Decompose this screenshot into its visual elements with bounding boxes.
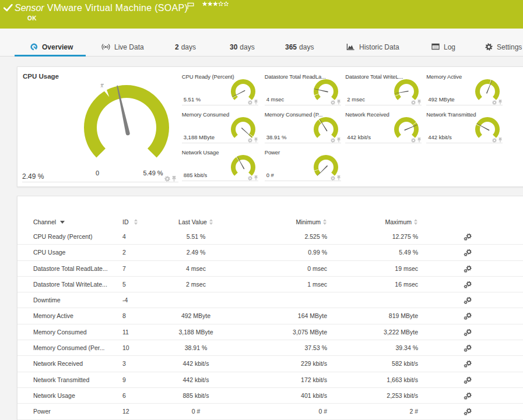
table-row[interactable]: Datastore Total WriteLate...52 msec1 mse…: [17, 277, 523, 292]
channel-settings-icon[interactable]: [464, 344, 472, 352]
pin-icon[interactable]: [417, 100, 421, 105]
column-header-maximum[interactable]: Maximum: [301, 218, 418, 225]
gear-icon[interactable]: [248, 176, 252, 181]
tab-label: Log: [444, 43, 455, 51]
tab-365-days[interactable]: 365 days: [285, 29, 314, 56]
gauge-label: CPU Ready (Percent): [182, 73, 234, 80]
cell-id: 2: [122, 249, 126, 256]
title-line: SensorVMware Virtual Machine (SOAP): [15, 3, 188, 13]
channel-settings-button[interactable]: [464, 281, 472, 289]
gauge-label: Power: [265, 149, 280, 156]
channel-settings-icon[interactable]: [464, 360, 472, 368]
pin-icon[interactable]: [337, 137, 341, 143]
gauge-value: 2 msec: [347, 96, 365, 103]
gauge-actions: [492, 137, 502, 143]
column-header-id[interactable]: ID: [122, 218, 138, 225]
gauge-actions: [331, 175, 341, 181]
column-header-channel[interactable]: Channel: [33, 218, 65, 225]
gauge-cell: Datastore Total ReadLa...4 msec: [265, 68, 341, 105]
channel-settings-button[interactable]: [464, 249, 472, 257]
table-row[interactable]: CPU Usage22.49 %0.99 %5.49 %: [17, 245, 523, 260]
gear-icon[interactable]: [248, 100, 252, 105]
pin-icon[interactable]: [254, 137, 258, 143]
channel-settings-button[interactable]: [464, 344, 472, 352]
tab-30-days[interactable]: 30 days: [230, 29, 255, 56]
tab-settings[interactable]: Settings: [485, 29, 522, 56]
gear-icon[interactable]: [248, 138, 252, 143]
channel-settings-button[interactable]: [464, 376, 472, 384]
table-row[interactable]: Network Received3442 kbit/s229 kbit/s582…: [17, 356, 523, 372]
cell-maximum: 19 msec: [301, 265, 418, 272]
table-row[interactable]: Downtime-4: [17, 292, 523, 308]
pin-icon[interactable]: [337, 175, 341, 181]
table-row[interactable]: Memory Consumed (Per...1038.91 %37.53 %3…: [17, 340, 523, 356]
channel-settings-icon[interactable]: [464, 233, 472, 241]
pin-icon[interactable]: [499, 137, 502, 143]
priority-stars[interactable]: [202, 0, 229, 9]
tab-log[interactable]: Log: [431, 29, 455, 56]
channel-settings-icon[interactable]: [464, 312, 472, 320]
table-row[interactable]: Network Usage6885 kbit/s401 kbit/s2,253 …: [17, 388, 523, 404]
pin-icon[interactable]: [254, 100, 258, 105]
channel-settings-button[interactable]: [464, 312, 472, 320]
channel-settings-button[interactable]: [464, 329, 472, 337]
gear-icon[interactable]: [411, 100, 416, 105]
table-row[interactable]: Memory Active8492 MByte164 MByte819 MByt…: [17, 308, 523, 324]
gauge-actions: [248, 100, 258, 105]
tab-overview[interactable]: Overview: [30, 29, 73, 56]
table-row[interactable]: Memory Consumed113,188 MByte3,075 MByte3…: [17, 324, 523, 340]
gear-icon[interactable]: [331, 138, 335, 143]
gauge-cell: Memory Active492 MByte: [426, 68, 503, 105]
gauge-label: Memory Consumed: [182, 111, 229, 118]
gauge-cell: Network Transmitted442 kbit/s: [426, 105, 503, 143]
cell-channel: Memory Consumed: [33, 329, 87, 336]
cell-channel: Datastore Total ReadLate...: [33, 265, 108, 272]
gauges-panel: CPU Usage x 0 5.49 % 2.49 % CPU Ready (P…: [17, 66, 523, 187]
gear-icon[interactable]: [331, 176, 335, 181]
channel-settings-button[interactable]: [464, 360, 472, 368]
channel-settings-icon[interactable]: [464, 249, 472, 257]
gauge-value: 38.91 %: [266, 134, 287, 140]
pin-icon[interactable]: [254, 175, 258, 181]
channel-settings-icon[interactable]: [464, 376, 472, 384]
star-filled-icon: [208, 1, 213, 6]
channel-settings-icon[interactable]: [464, 297, 472, 305]
cell-divider: [22, 182, 178, 182]
channel-settings-button[interactable]: [464, 392, 472, 400]
area-chart-icon: [346, 43, 355, 52]
gear-icon[interactable]: [331, 100, 335, 105]
channel-settings-button[interactable]: [464, 297, 472, 305]
tab-live-data[interactable]: Live Data: [101, 29, 144, 56]
cell-maximum: 5.49 %: [301, 249, 418, 256]
tab-2-days[interactable]: 2 days: [175, 29, 196, 56]
pin-icon[interactable]: [172, 176, 176, 182]
broadcast-icon: [101, 43, 110, 52]
channel-settings-icon[interactable]: [464, 392, 472, 400]
tab-label: Settings: [497, 43, 522, 51]
channel-settings-button[interactable]: [464, 233, 472, 241]
gear-icon[interactable]: [492, 138, 497, 143]
tab-label: Overview: [42, 43, 73, 51]
table-row[interactable]: Network Transmitted9442 kbit/s172 kbit/s…: [17, 372, 523, 388]
pin-icon[interactable]: [337, 100, 341, 105]
table-row[interactable]: Datastore Total ReadLate...74 msec0 msec…: [17, 261, 523, 277]
gear-icon[interactable]: [411, 138, 416, 143]
channel-settings-button[interactable]: [464, 408, 472, 416]
channel-settings-icon[interactable]: [464, 281, 472, 289]
gear-icon[interactable]: [492, 100, 497, 105]
channel-settings-button[interactable]: [464, 265, 472, 273]
table-row[interactable]: CPU Ready (Percent)45.51 %2.525 %12.275 …: [17, 229, 523, 245]
pin-icon[interactable]: [499, 100, 502, 105]
channel-settings-icon[interactable]: [464, 265, 472, 273]
channel-settings-icon[interactable]: [464, 408, 472, 416]
gear-icon[interactable]: [164, 176, 170, 182]
status-ok-check-icon: [3, 4, 13, 12]
cell-channel: Downtime: [33, 297, 61, 303]
channel-settings-icon[interactable]: [464, 329, 472, 337]
table-row[interactable]: Power120 #0 #2 #: [17, 404, 523, 419]
flag-icon[interactable]: [187, 2, 195, 9]
cell-id: 9: [122, 376, 126, 383]
gauge-value: 442 kbit/s: [428, 134, 452, 140]
tab-historic-data[interactable]: Historic Data: [346, 29, 399, 56]
pin-icon[interactable]: [417, 137, 421, 143]
